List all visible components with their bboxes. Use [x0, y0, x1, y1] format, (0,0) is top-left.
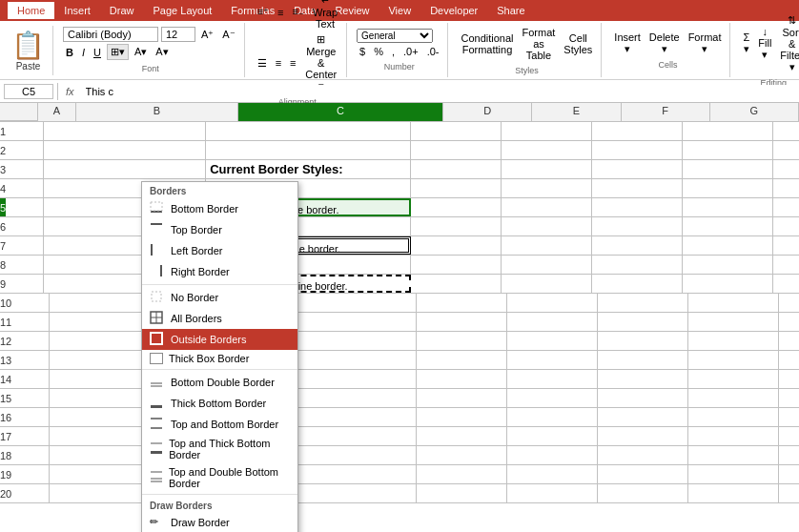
cell-g6[interactable]	[683, 217, 773, 235]
cell-a14[interactable]	[11, 370, 50, 388]
cell-a19[interactable]	[11, 465, 50, 483]
cell-d1[interactable]	[411, 122, 502, 140]
cell-g11[interactable]	[688, 313, 779, 331]
cell-e20[interactable]	[507, 484, 598, 502]
tab-insert[interactable]: Insert	[54, 2, 100, 19]
cell-reference-input[interactable]	[4, 84, 53, 99]
cell-c3[interactable]: Current Border Styles:	[206, 160, 411, 178]
cell-a17[interactable]	[11, 427, 50, 445]
cell-a10[interactable]	[11, 294, 50, 312]
font-shrink-button[interactable]: A⁻	[219, 28, 237, 42]
cell-g4[interactable]	[683, 179, 773, 197]
cell-d12[interactable]	[417, 332, 507, 350]
decrease-decimal-button[interactable]: .0-	[424, 45, 442, 58]
cell-d10[interactable]	[417, 294, 507, 312]
tab-developer[interactable]: Developer	[420, 2, 487, 19]
align-center-button[interactable]: ≡	[273, 56, 284, 70]
cell-g5[interactable]	[683, 198, 773, 216]
border-button[interactable]: ⊞▾	[107, 44, 129, 60]
cell-d17[interactable]	[417, 427, 507, 445]
bold-button[interactable]: B	[63, 46, 76, 59]
bottom-double-border-item[interactable]: Bottom Double Border	[142, 372, 297, 393]
formula-input[interactable]	[82, 85, 795, 98]
cell-e7[interactable]	[502, 236, 592, 255]
cell-a3[interactable]	[6, 160, 44, 178]
thick-box-border-item[interactable]: Thick Box Border	[142, 350, 297, 367]
left-border-item[interactable]: Left Border	[142, 240, 297, 261]
cell-f15[interactable]	[598, 389, 688, 407]
cell-f14[interactable]	[598, 370, 688, 388]
cell-d18[interactable]	[417, 446, 507, 464]
cell-e16[interactable]	[507, 408, 598, 426]
draw-border-item[interactable]: ✏ Draw Border	[142, 513, 297, 531]
font-grow-button[interactable]: A⁺	[198, 28, 216, 42]
tab-view[interactable]: View	[379, 2, 420, 19]
percent-button[interactable]: %	[371, 45, 386, 58]
cell-g12[interactable]	[688, 332, 779, 350]
italic-button[interactable]: I	[79, 46, 88, 59]
cell-d8[interactable]	[411, 256, 502, 274]
cell-e6[interactable]	[502, 217, 592, 235]
cell-f5[interactable]	[592, 198, 683, 216]
row-header-15[interactable]: 15	[0, 389, 11, 408]
align-top-button[interactable]: ≡⁺	[255, 5, 272, 19]
cell-e10[interactable]	[507, 294, 598, 312]
top-border-item[interactable]: Top Border	[142, 219, 297, 240]
cell-f1[interactable]	[592, 122, 683, 140]
cell-e3[interactable]	[502, 160, 592, 178]
all-borders-item[interactable]: All Borders	[142, 308, 297, 329]
cell-f11[interactable]	[598, 313, 688, 331]
insert-button[interactable]: Insert ▾	[611, 31, 644, 56]
tab-home[interactable]: Home	[8, 2, 54, 19]
col-header-a[interactable]: A	[38, 103, 76, 121]
format-button[interactable]: Format ▾	[686, 31, 725, 56]
row-header-13[interactable]: 13	[0, 351, 11, 370]
cell-d19[interactable]	[417, 465, 507, 483]
cell-b3[interactable]	[44, 160, 206, 178]
wrap-text-button[interactable]: ↵ Wrap Text	[310, 0, 340, 31]
cell-a6[interactable]	[6, 217, 44, 235]
share-button[interactable]: Share	[487, 2, 534, 19]
col-header-e[interactable]: E	[532, 103, 621, 121]
font-color-button[interactable]: A▾	[153, 45, 171, 59]
cell-g17[interactable]	[688, 427, 779, 445]
currency-button[interactable]: $	[357, 45, 368, 58]
cell-b2[interactable]	[44, 141, 206, 159]
cell-f4[interactable]	[592, 179, 683, 197]
cell-e4[interactable]	[502, 179, 592, 197]
cell-a5[interactable]	[6, 198, 44, 216]
format-as-table-button[interactable]: Format as Table	[520, 26, 559, 62]
cell-a9[interactable]	[6, 275, 44, 293]
cell-g10[interactable]	[688, 294, 779, 312]
cell-g8[interactable]	[683, 256, 773, 274]
cell-a7[interactable]	[6, 236, 44, 255]
font-name-input[interactable]	[63, 27, 158, 42]
cell-d6[interactable]	[411, 217, 502, 235]
cell-d20[interactable]	[417, 484, 507, 502]
paste-button[interactable]: 📋	[11, 30, 45, 61]
cell-e2[interactable]	[502, 141, 592, 159]
row-header-12[interactable]: 12	[0, 332, 11, 351]
sort-filter-button[interactable]: ⇅ Sort & Filter ▾	[777, 13, 799, 74]
cell-g13[interactable]	[688, 351, 779, 369]
font-size-input[interactable]	[161, 27, 195, 42]
align-left-button[interactable]: ☰	[255, 56, 270, 71]
cell-e5[interactable]	[502, 198, 592, 216]
cell-e9[interactable]	[502, 275, 592, 293]
cell-f12[interactable]	[598, 332, 688, 350]
right-border-item[interactable]: Right Border	[142, 261, 297, 282]
row-header-16[interactable]: 16	[0, 408, 11, 427]
cell-c1[interactable]	[206, 122, 411, 140]
cell-g20[interactable]	[688, 484, 779, 502]
row-header-11[interactable]: 11	[0, 313, 11, 332]
col-header-d[interactable]: D	[443, 103, 532, 121]
cell-g18[interactable]	[688, 446, 779, 464]
cell-d13[interactable]	[417, 351, 507, 369]
cell-e15[interactable]	[507, 389, 598, 407]
cell-e11[interactable]	[507, 313, 598, 331]
cell-e19[interactable]	[507, 465, 598, 483]
cell-d7[interactable]	[411, 236, 502, 255]
cell-a2[interactable]	[6, 141, 44, 159]
cell-g3[interactable]	[683, 160, 773, 178]
cell-d16[interactable]	[417, 408, 507, 426]
